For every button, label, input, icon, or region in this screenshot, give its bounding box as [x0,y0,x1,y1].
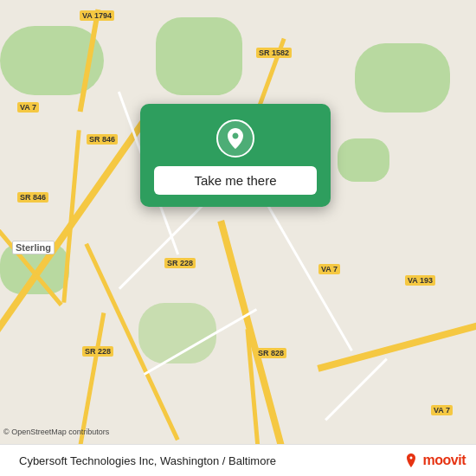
road-label-sr228-1: SR 228 [164,258,196,268]
green-area [338,138,389,182]
bottom-bar: Cybersoft Technologies Inc, Washington /… [0,444,476,476]
road-label-sr828: SR 828 [255,348,286,358]
location-text: Cybersoft Technologies Inc, Washington /… [19,454,394,467]
moovit-pin-icon [402,452,420,469]
road-label-sr846-2: SR 846 [17,192,48,203]
road-label-sr1582: SR 1582 [256,48,292,58]
moovit-brand-label: moovit [423,453,466,468]
copyright-text: © OpenStreetMap contributors [3,428,109,436]
map-container: VA 1794 VA 7 SR 1582 SR 846 SR 846 Sterl… [0,0,476,476]
road-label-va193: VA 193 [405,275,435,286]
road-label-sr228-2: SR 228 [82,346,113,357]
road-label-sr846-1: SR 846 [87,134,118,145]
road-label-va7-west: VA 7 [17,102,39,113]
road-label-va7-se: VA 7 [431,405,453,415]
brand-area: moovit [402,452,466,469]
green-area [355,43,450,113]
green-area [156,17,242,95]
location-pin-icon [216,119,254,158]
city-label-sterling: Sterling [12,241,55,254]
take-me-there-button[interactable]: Take me there [154,166,317,195]
road-label-va7-east: VA 7 [318,264,340,274]
road-label-va1794: VA 1794 [80,10,114,21]
popup-card: Take me there [140,104,331,207]
svg-point-0 [217,120,254,157]
